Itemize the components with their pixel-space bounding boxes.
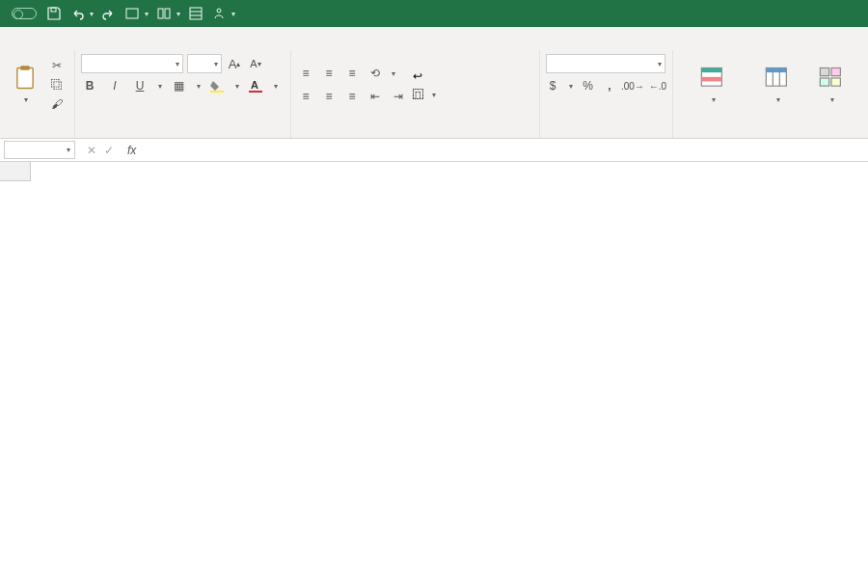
qat-icon[interactable]	[211, 6, 227, 21]
redo-icon[interactable]	[101, 6, 117, 21]
wrap-text-button[interactable]: ↩	[413, 69, 436, 83]
comma-icon[interactable]: ,	[603, 77, 616, 94]
orientation-icon[interactable]: ⟲	[366, 65, 384, 82]
enter-icon[interactable]: ✓	[104, 144, 114, 157]
format-painter-icon[interactable]: 🖌	[48, 95, 66, 113]
qat-icon[interactable]	[188, 6, 203, 21]
menu-bar	[0, 27, 868, 50]
format-as-table-button[interactable]: ▾	[750, 65, 804, 104]
spreadsheet-grid[interactable]	[0, 162, 868, 181]
decrease-decimal-icon[interactable]: ←.0	[649, 77, 666, 94]
font-color-icon[interactable]: A	[247, 77, 264, 94]
font-name-select[interactable]: ▾	[81, 54, 183, 73]
copy-icon[interactable]: ⿻	[48, 76, 66, 94]
svg-rect-2	[158, 9, 163, 18]
cell-styles-button[interactable]: ▾	[808, 65, 854, 104]
svg-rect-21	[831, 68, 840, 76]
conditional-formatting-icon	[699, 65, 726, 92]
qat-more-icon[interactable]: ▾	[231, 10, 235, 18]
align-middle-icon[interactable]: ≡	[320, 65, 338, 82]
title-bar: ▾ ▾ ▾ ▾	[0, 0, 868, 27]
increase-font-icon[interactable]: A▴	[226, 55, 243, 72]
cut-icon[interactable]: ✂	[48, 57, 66, 74]
group-label	[546, 135, 666, 136]
save-icon[interactable]	[46, 6, 62, 21]
decrease-font-icon[interactable]: A▾	[247, 55, 264, 72]
svg-rect-9	[20, 67, 29, 71]
svg-rect-3	[165, 9, 170, 18]
svg-rect-1	[126, 9, 138, 18]
svg-text:A: A	[251, 79, 258, 91]
svg-rect-14	[701, 68, 721, 73]
fill-color-icon[interactable]	[208, 77, 226, 94]
svg-rect-10	[210, 91, 224, 93]
currency-icon[interactable]: $	[546, 77, 559, 94]
ribbon: ▾ ✂ ⿻ 🖌 ▾ ▾ A▴ A▾ B I U▾ ▦▾ ▾	[0, 50, 868, 139]
table-icon	[764, 65, 791, 92]
svg-rect-23	[831, 78, 840, 86]
cancel-icon[interactable]: ✕	[87, 144, 96, 157]
svg-rect-22	[820, 78, 828, 86]
fx-icon[interactable]: fx	[122, 144, 142, 157]
number-format-select[interactable]: ▾	[546, 54, 665, 73]
qat-icon[interactable]	[124, 6, 140, 21]
group-label	[6, 135, 68, 136]
conditional-formatting-button[interactable]: ▾	[679, 65, 746, 104]
toggle-off-icon[interactable]	[12, 8, 37, 19]
svg-point-7	[217, 9, 221, 13]
align-bottom-icon[interactable]: ≡	[343, 65, 361, 82]
italic-button[interactable]: I	[106, 77, 123, 94]
formula-bar: ▾ ✕ ✓ fx	[0, 139, 868, 162]
svg-rect-17	[766, 68, 786, 73]
increase-decimal-icon[interactable]: .00→	[624, 77, 641, 94]
name-box[interactable]: ▾	[4, 141, 75, 159]
quick-access-toolbar: ▾ ▾ ▾ ▾	[46, 6, 235, 21]
select-all-corner[interactable]	[0, 162, 31, 181]
border-icon[interactable]: ▦	[170, 77, 187, 94]
bold-button[interactable]: B	[81, 77, 98, 94]
align-left-icon[interactable]: ≡	[297, 88, 314, 105]
svg-rect-8	[17, 68, 33, 89]
svg-rect-20	[820, 68, 828, 76]
decrease-indent-icon[interactable]: ⇤	[366, 88, 384, 105]
align-right-icon[interactable]: ≡	[343, 88, 361, 105]
increase-indent-icon[interactable]: ⇥	[390, 88, 407, 105]
paste-button[interactable]: ▾	[6, 65, 44, 104]
svg-rect-0	[51, 8, 56, 12]
align-top-icon[interactable]: ≡	[297, 65, 314, 82]
group-label	[81, 135, 285, 136]
svg-rect-15	[701, 77, 721, 82]
qat-icon[interactable]	[156, 6, 172, 21]
font-size-select[interactable]: ▾	[187, 54, 222, 73]
cell-styles-icon	[818, 65, 845, 92]
merge-icon: ⿵	[413, 89, 424, 100]
svg-rect-4	[190, 8, 202, 19]
group-label	[679, 135, 862, 136]
group-label	[297, 135, 533, 136]
clipboard-icon	[12, 65, 39, 92]
svg-rect-12	[249, 91, 262, 93]
wrap-text-icon: ↩	[413, 69, 422, 83]
percent-icon[interactable]: %	[581, 77, 594, 94]
align-center-icon[interactable]: ≡	[320, 88, 338, 105]
merge-center-button[interactable]: ⿵▾	[413, 89, 436, 100]
autosave-toggle[interactable]	[8, 8, 37, 19]
undo-icon[interactable]	[69, 6, 85, 21]
underline-button[interactable]: U	[131, 77, 149, 94]
